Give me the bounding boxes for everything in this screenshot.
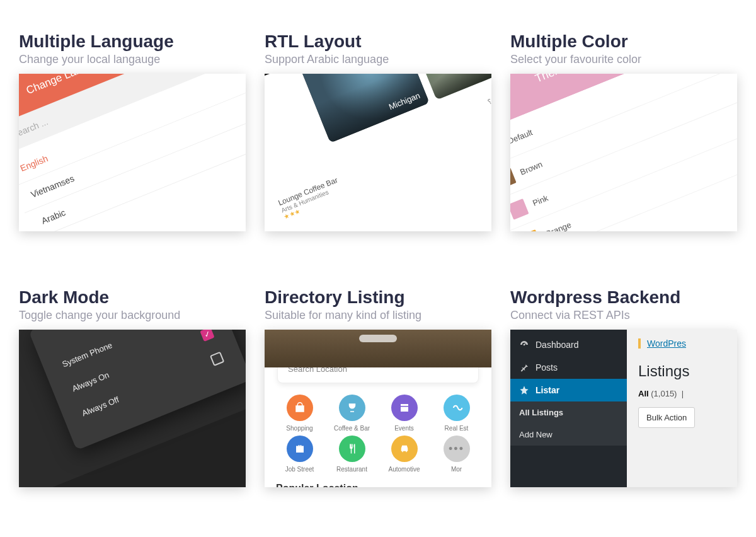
- swatch-icon: [510, 168, 517, 189]
- bulk-actions-select[interactable]: Bulk Action: [638, 407, 695, 428]
- briefcase-icon: [287, 436, 313, 462]
- category-item[interactable]: Job Street: [275, 436, 324, 473]
- page-title: Listings: [638, 362, 737, 380]
- car-icon: [391, 436, 418, 462]
- category-label: Events: [394, 425, 414, 432]
- category-label: Shopping: [286, 425, 312, 432]
- feature-card-language: Multiple Language Change your local lang…: [19, 32, 246, 262]
- card-subtitle: Select your favourite color: [510, 53, 737, 66]
- checkbox-checked-icon[interactable]: ✓: [200, 330, 214, 342]
- star-icon: [519, 385, 529, 395]
- pin-icon: [519, 362, 529, 372]
- category-label: Coffee & Bar: [334, 425, 370, 432]
- calendar-icon: [391, 395, 418, 421]
- screenshot-wordpress: Dashboard Posts Listar All Listings Add …: [510, 330, 737, 487]
- checkbox-icon[interactable]: [210, 352, 224, 366]
- theme-label: Brown: [518, 159, 544, 177]
- filter-count: (1,015): [651, 389, 677, 398]
- theme-label: Orange: [544, 219, 573, 231]
- card-subtitle: Toggle change your background: [19, 309, 246, 322]
- wp-admin-sidebar: Dashboard Posts Listar All Listings Add …: [510, 330, 627, 487]
- card-title: Directory Listing: [265, 287, 491, 308]
- option-label: Always Off: [81, 395, 120, 418]
- swatch-icon: [520, 229, 542, 231]
- category-item[interactable]: Restaurant: [327, 436, 377, 473]
- filter-links[interactable]: All (1,015) |: [638, 389, 737, 398]
- screenshot-rtl: Street موقع شعبي واسمحوا معرفة ما الأشيا…: [265, 74, 491, 231]
- sidebar-subitem-add-new[interactable]: Add New: [510, 424, 627, 446]
- screenshot-directory: Search Location Shopping Coffee & Bar: [265, 330, 491, 487]
- screenshot-color: Theme Default Brown Pink: [510, 74, 737, 231]
- wp-admin-main: WordPres Listings All (1,015) | Bulk Act…: [627, 330, 737, 487]
- screenshot-dark: Font Version Dark Mode System Phone Alwa…: [19, 330, 246, 487]
- gauge-icon: [519, 340, 529, 350]
- feature-card-dark: Dark Mode Toggle change your background …: [19, 287, 246, 518]
- category-item[interactable]: Automotive: [379, 436, 429, 473]
- filter-all[interactable]: All: [638, 389, 649, 398]
- swatch-icon: [510, 199, 529, 220]
- category-label: Real Est: [445, 425, 469, 432]
- category-label: Mor: [451, 466, 462, 473]
- section-title: Popular Location: [276, 483, 480, 487]
- notice-link[interactable]: WordPres: [647, 338, 686, 349]
- feature-card-wordpress: Wordpress Backend Connect via REST APIs …: [510, 287, 737, 518]
- theme-label: Pink: [531, 193, 549, 207]
- sidebar-subitem-all-listings[interactable]: All Listings: [510, 401, 627, 424]
- feature-card-rtl: RTL Layout Support Arabic language Stree…: [265, 32, 491, 262]
- menu-label: Posts: [536, 362, 558, 372]
- menu-label: Listar: [536, 385, 559, 395]
- card-subtitle: Change your local langauge: [19, 53, 246, 66]
- card-title: Wordpress Backend: [510, 287, 737, 308]
- category-item[interactable]: ••• Mor: [432, 436, 481, 473]
- card-title: Multiple Color: [510, 32, 737, 52]
- category-item[interactable]: Shopping: [275, 395, 324, 432]
- card-subtitle: Connect via REST APIs: [510, 309, 737, 322]
- category-item[interactable]: Coffee & Bar: [327, 395, 377, 432]
- theme-label: Default: [510, 127, 534, 146]
- infinity-icon: [444, 395, 470, 421]
- screenshot-language: ‹ Change Language Search ... English Vie…: [19, 74, 246, 231]
- category-label: Restaurant: [336, 466, 367, 473]
- category-item[interactable]: Real Est: [432, 395, 481, 432]
- shopping-bag-icon: [287, 395, 313, 421]
- card-subtitle: Support Arabic language: [265, 53, 491, 66]
- dark-mode-modal: Dark Mode System Phone Always On ✓ Alway…: [28, 330, 246, 450]
- card-title: Dark Mode: [19, 287, 246, 308]
- more-icon: •••: [444, 436, 470, 462]
- cup-icon: [339, 395, 365, 421]
- location-label: Michigan: [387, 91, 421, 112]
- feature-card-directory: Directory Listing Suitable for many kind…: [265, 287, 491, 518]
- card-title: Multiple Language: [19, 32, 246, 52]
- feature-card-color: Multiple Color Select your favourite col…: [510, 32, 737, 262]
- category-label: Automotive: [388, 466, 420, 473]
- category-item[interactable]: Events: [379, 395, 429, 432]
- sidebar-item-posts[interactable]: Posts: [510, 356, 627, 379]
- card-subtitle: Suitable for many kind of listing: [265, 309, 491, 322]
- utensils-icon: [339, 436, 365, 462]
- menu-label: Dashboard: [536, 340, 579, 350]
- card-title: RTL Layout: [265, 32, 491, 52]
- sidebar-item-dashboard[interactable]: Dashboard: [510, 333, 627, 356]
- sidebar-item-listar[interactable]: Listar: [510, 379, 627, 401]
- category-label: Job Street: [285, 466, 314, 473]
